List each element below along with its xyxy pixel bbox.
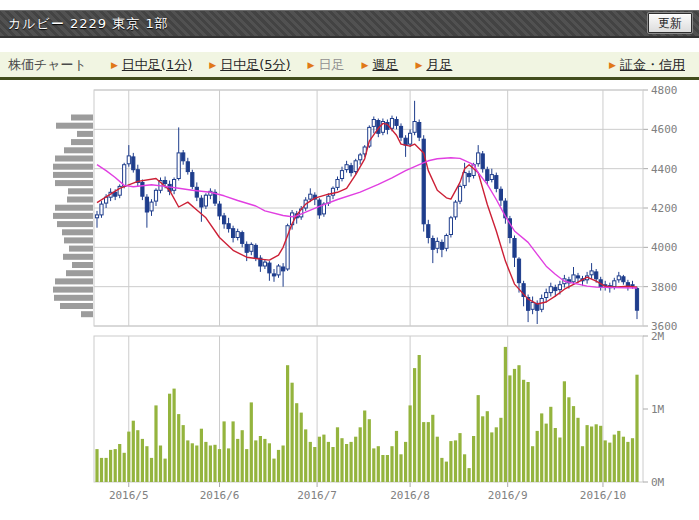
svg-text:4000: 4000 <box>651 241 678 254</box>
svg-text:2016/9: 2016/9 <box>488 489 528 502</box>
ma-short-line <box>97 123 637 304</box>
svg-text:2M: 2M <box>651 330 665 343</box>
volume-bars <box>95 347 638 482</box>
volume-axis-labels: 2M1M0M <box>643 330 665 489</box>
svg-text:2016/5: 2016/5 <box>109 489 149 502</box>
candlesticks <box>95 101 638 324</box>
svg-text:2016/8: 2016/8 <box>390 489 430 502</box>
svg-text:2016/6: 2016/6 <box>200 489 240 502</box>
date-grid-and-labels: 2016/52016/62016/72016/82016/92016/10 <box>109 90 626 502</box>
svg-text:3800: 3800 <box>651 281 678 294</box>
svg-text:4800: 4800 <box>651 84 678 97</box>
svg-text:0M: 0M <box>651 476 665 489</box>
svg-text:4600: 4600 <box>651 123 678 136</box>
volume-profile <box>53 115 93 318</box>
svg-text:4200: 4200 <box>651 202 678 215</box>
stock-chart: 48004600440042004000380036002016/52016/6… <box>0 0 699 520</box>
svg-text:2016/10: 2016/10 <box>580 489 626 502</box>
svg-text:2016/7: 2016/7 <box>297 489 337 502</box>
svg-text:4400: 4400 <box>651 163 678 176</box>
svg-text:1M: 1M <box>651 403 665 416</box>
price-grid-and-labels: 4800460044004200400038003600 <box>94 84 678 333</box>
page: カルビー 2229 東京 1部 更新 株価チャート ▶日中足(1分) ▶日中足(… <box>0 0 699 520</box>
